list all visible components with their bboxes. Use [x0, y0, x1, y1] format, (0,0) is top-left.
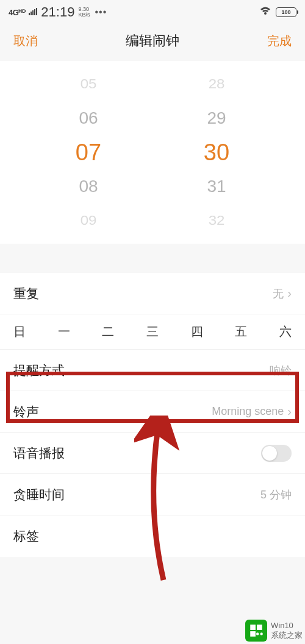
- svg-point-5: [264, 12, 267, 15]
- ringtone-label: 铃声: [13, 403, 39, 420]
- repeat-value-text: 无: [273, 286, 284, 301]
- watermark: Win10 系统之家: [245, 620, 303, 642]
- remind-row[interactable]: 提醒方式 响铃: [0, 350, 305, 391]
- hour-option[interactable]: 06: [79, 101, 98, 135]
- cancel-button[interactable]: 取消: [13, 33, 38, 49]
- voice-label: 语音播报: [13, 445, 65, 462]
- remind-label: 提醒方式: [13, 362, 65, 379]
- status-right: 100: [260, 7, 296, 18]
- day-thu[interactable]: 四: [191, 324, 203, 340]
- day-sat[interactable]: 六: [279, 324, 292, 340]
- minute-wheel[interactable]: 28 29 30 31 32: [152, 61, 281, 244]
- snooze-value: 5 分钟: [260, 487, 292, 502]
- svg-rect-3: [34, 9, 35, 15]
- chevron-right-icon: ›: [287, 286, 292, 300]
- page-title: 编辑闹钟: [126, 32, 179, 50]
- watermark-logo-icon: [245, 620, 267, 642]
- minute-option[interactable]: 29: [207, 101, 226, 135]
- hour-option[interactable]: 09: [81, 205, 97, 236]
- tag-row[interactable]: 标签: [0, 515, 305, 557]
- day-sun[interactable]: 日: [13, 324, 26, 340]
- hour-option[interactable]: 05: [81, 69, 97, 99]
- svg-rect-8: [250, 631, 256, 637]
- watermark-line2: 系统之家: [271, 631, 303, 640]
- hour-wheel[interactable]: 05 06 07 08 09: [24, 61, 152, 244]
- snooze-row[interactable]: 贪睡时间 5 分钟: [0, 474, 305, 515]
- wifi-icon: [260, 7, 271, 18]
- hour-option[interactable]: 08: [79, 169, 98, 203]
- repeat-label: 重复: [13, 285, 39, 302]
- svg-rect-6: [250, 625, 256, 630]
- network-indicator: 4Gᴴᴰ: [9, 8, 25, 17]
- nav-bar: 取消 编辑闹钟 完成: [0, 24, 305, 57]
- tag-label: 标签: [13, 528, 39, 545]
- signal-bars-icon: [29, 8, 37, 17]
- remind-value: 响铃: [270, 363, 292, 378]
- watermark-line1: Win10: [271, 621, 303, 631]
- battery-icon: 100: [276, 7, 296, 17]
- done-button[interactable]: 完成: [267, 33, 292, 49]
- svg-rect-1: [30, 12, 32, 15]
- ringtone-value-text: Morning scene: [212, 405, 284, 418]
- day-fri[interactable]: 五: [235, 324, 247, 340]
- day-selector[interactable]: 日 一 二 三 四 五 六: [0, 314, 305, 350]
- svg-point-9: [256, 632, 259, 635]
- watermark-text: Win10 系统之家: [271, 621, 303, 640]
- data-speed: 9.30 KB/s: [78, 7, 90, 18]
- chevron-right-icon: ›: [287, 405, 292, 419]
- day-tue[interactable]: 二: [102, 324, 114, 340]
- svg-point-10: [260, 632, 263, 635]
- svg-rect-2: [32, 10, 34, 15]
- status-left: 4Gᴴᴰ 21:19 9.30 KB/s •••: [9, 4, 107, 20]
- settings-list: 重复 无 › 日 一 二 三 四 五 六 提醒方式 响铃 铃声 Morning …: [0, 273, 305, 557]
- day-mon[interactable]: 一: [58, 324, 70, 340]
- minute-option[interactable]: 32: [209, 205, 225, 236]
- more-dots-icon: •••: [95, 7, 107, 18]
- status-bar: 4Gᴴᴰ 21:19 9.30 KB/s ••• 100: [0, 0, 305, 24]
- svg-rect-4: [36, 8, 37, 15]
- ringtone-row[interactable]: 铃声 Morning scene ›: [0, 391, 305, 433]
- voice-toggle[interactable]: [261, 445, 292, 462]
- repeat-row[interactable]: 重复 无 ›: [0, 273, 305, 314]
- minute-selected[interactable]: 30: [204, 135, 229, 169]
- repeat-value: 无 ›: [273, 286, 292, 301]
- snooze-label: 贪睡时间: [13, 486, 65, 503]
- ringtone-value: Morning scene ›: [212, 405, 292, 419]
- day-wed[interactable]: 三: [146, 324, 159, 340]
- svg-rect-0: [29, 13, 30, 15]
- battery-value: 100: [281, 9, 290, 15]
- status-time: 21:19: [41, 4, 74, 20]
- hour-selected[interactable]: 07: [76, 135, 101, 169]
- voice-row[interactable]: 语音播报: [0, 433, 305, 474]
- time-picker[interactable]: 05 06 07 08 09 28 29 30 31 32: [0, 61, 305, 244]
- minute-option[interactable]: 28: [209, 69, 225, 99]
- minute-option[interactable]: 31: [207, 169, 226, 203]
- svg-rect-7: [257, 625, 262, 630]
- data-speed-unit: KB/s: [78, 12, 90, 18]
